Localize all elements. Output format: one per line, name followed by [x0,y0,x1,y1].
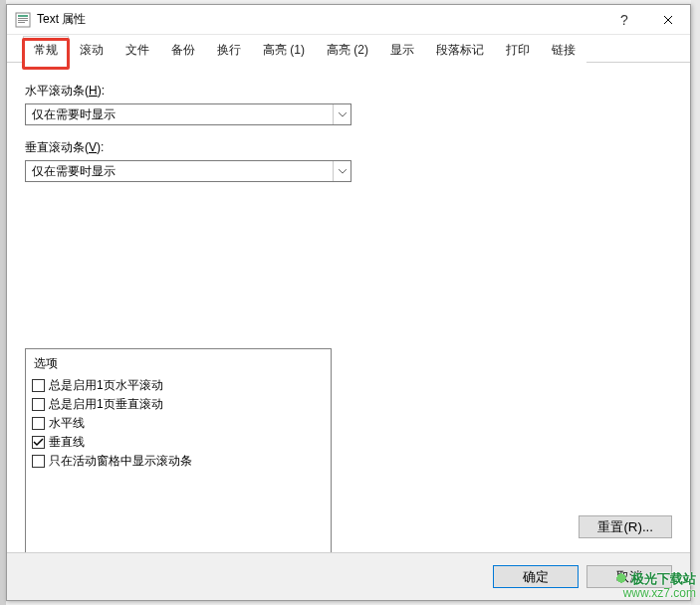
help-icon: ? [620,12,628,28]
tab-1[interactable]: 滚动 [69,36,115,63]
reset-button[interactable]: 重置(R)... [579,515,672,538]
tab-content: 水平滚动条(H): 仅在需要时显示 垂直滚动条(V): 仅在需要时显示 选项 [7,63,690,600]
tab-3[interactable]: 备份 [160,36,206,63]
vscroll-label: 垂直滚动条(V): [25,139,672,156]
option-row-2[interactable]: 水平线 [32,414,325,433]
dialog-window: Text 属性 ? 常规滚动文件备份换行高亮 (1)高亮 (2)显示段落标记打印… [6,4,691,601]
checkbox-4[interactable] [32,455,45,468]
tab-bar: 常规滚动文件备份换行高亮 (1)高亮 (2)显示段落标记打印链接 [7,35,690,63]
option-label: 水平线 [49,415,85,432]
chevron-down-icon [333,104,350,124]
hscroll-label: 水平滚动条(H): [25,83,672,100]
close-icon [663,15,673,25]
help-button[interactable]: ? [602,5,646,34]
tab-0[interactable]: 常规 [23,36,69,63]
tab-4[interactable]: 换行 [206,36,252,63]
checkbox-0[interactable] [32,379,45,392]
tab-5[interactable]: 高亮 (1) [252,36,316,63]
window-title: Text 属性 [37,11,86,28]
option-label: 总是启用1页水平滚动 [49,377,163,394]
vertical-scrollbar-field: 垂直滚动条(V): 仅在需要时显示 [25,139,672,182]
option-row-4[interactable]: 只在活动窗格中显示滚动条 [32,452,325,471]
check-icon [33,437,44,448]
svg-rect-3 [18,20,28,21]
title-bar: Text 属性 ? [7,5,690,35]
svg-rect-4 [18,22,25,23]
options-header: 选项 [34,355,325,372]
cancel-button[interactable]: 取消 [586,565,672,588]
tab-2[interactable]: 文件 [115,36,160,63]
options-listbox: 选项 总是启用1页水平滚动总是启用1页垂直滚动水平线垂直线只在活动窗格中显示滚动… [25,348,332,587]
dialog-footer: 确定 取消 [7,552,690,600]
svg-rect-2 [18,18,28,19]
app-icon [15,12,31,28]
ok-button[interactable]: 确定 [493,565,579,588]
tab-9[interactable]: 打印 [495,36,541,63]
checkbox-3[interactable] [32,436,45,449]
close-button[interactable] [646,5,690,34]
cancel-label: 取消 [616,568,642,586]
tab-10[interactable]: 链接 [541,36,586,63]
chevron-down-icon [333,161,350,181]
checkbox-2[interactable] [32,417,45,430]
svg-rect-1 [18,15,28,17]
option-row-1[interactable]: 总是启用1页垂直滚动 [32,395,325,414]
tab-6[interactable]: 高亮 (2) [316,36,379,63]
hscroll-value: 仅在需要时显示 [26,106,333,123]
vscroll-combo[interactable]: 仅在需要时显示 [25,160,351,182]
horizontal-scrollbar-field: 水平滚动条(H): 仅在需要时显示 [25,83,672,125]
ok-label: 确定 [523,568,549,586]
option-label: 垂直线 [49,434,85,451]
option-label: 只在活动窗格中显示滚动条 [49,453,192,470]
option-label: 总是启用1页垂直滚动 [49,396,163,413]
reset-label: 重置(R)... [597,518,653,536]
option-row-0[interactable]: 总是启用1页水平滚动 [32,376,325,395]
tab-8[interactable]: 段落标记 [425,36,495,63]
option-row-3[interactable]: 垂直线 [32,433,325,452]
tab-7[interactable]: 显示 [379,36,425,63]
vscroll-value: 仅在需要时显示 [26,163,333,180]
checkbox-1[interactable] [32,398,45,411]
hscroll-combo[interactable]: 仅在需要时显示 [25,103,351,125]
